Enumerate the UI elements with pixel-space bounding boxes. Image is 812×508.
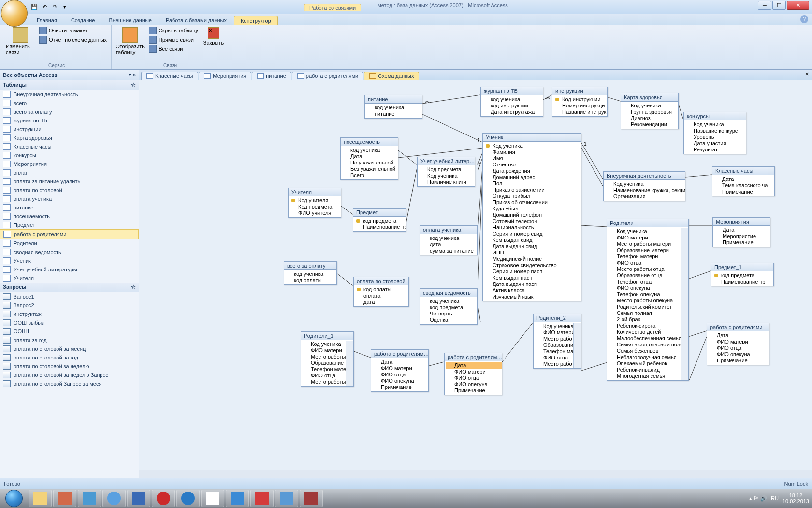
taskbar-yandex[interactable] [201, 490, 224, 507]
field[interactable]: Место работы отца [608, 266, 688, 272]
document-tab[interactable]: работа с родителями [292, 72, 363, 80]
field[interactable]: ФИО отца [446, 375, 502, 381]
field[interactable]: Наиличие книги [419, 179, 475, 185]
table-box[interactable]: Карта здоровьяКод ученикаГруппа здоровья… [621, 93, 679, 129]
nav-item[interactable]: оплата по столовой за неделю Запрос [0, 371, 139, 379]
field[interactable]: Дата [446, 362, 502, 369]
table-box[interactable]: Предмет_1код предметаНаименование пр [711, 263, 774, 286]
table-title[interactable]: Учителя [289, 188, 341, 196]
field[interactable]: Код ученика [419, 173, 475, 179]
table-title[interactable]: Предмет_1 [711, 263, 773, 271]
nav-item[interactable]: оплат [0, 168, 139, 177]
field[interactable]: Откуда прибыл [484, 193, 581, 199]
chevron-down-icon[interactable]: ▾ « [129, 72, 136, 78]
field[interactable]: Примечание [446, 388, 502, 394]
field[interactable]: Рекомендации [622, 121, 678, 128]
field[interactable]: Семья полная [608, 310, 688, 316]
table-box[interactable]: РодителиКод ученикаФИО материМесто работ… [607, 219, 689, 381]
field[interactable]: ФИО учителя [290, 210, 341, 216]
field[interactable]: Всего [342, 172, 398, 179]
field[interactable]: Образование отца [608, 272, 688, 279]
table-box[interactable]: посещаемостькод ученикаДатаПо уважительн… [340, 137, 398, 180]
taskbar-opera[interactable] [152, 490, 175, 507]
field[interactable]: Родительский комитет [608, 304, 688, 310]
field[interactable]: Отчество [484, 162, 581, 168]
field[interactable]: Название инструк [553, 109, 607, 115]
nav-item[interactable]: инструкции [0, 125, 139, 134]
field[interactable]: ФИО опекуна [608, 285, 688, 291]
qat-save-icon[interactable]: 💾 [30, 2, 39, 11]
field[interactable]: Дата участия [685, 140, 746, 147]
nav-category[interactable]: Таблицы☆ [0, 80, 139, 90]
taskbar-mail[interactable] [176, 490, 200, 507]
field[interactable]: По уважительной [342, 160, 398, 166]
nav-item[interactable]: журнал по ТБ [0, 116, 139, 125]
field[interactable]: Код ученика [484, 143, 581, 149]
table-title[interactable]: Классные часы [712, 167, 774, 175]
field[interactable]: Уровень [685, 134, 746, 140]
field[interactable]: Ребенок-инвалид [608, 367, 688, 373]
nav-item[interactable]: Учет учебной литературы [0, 265, 139, 274]
table-box[interactable]: Учет учебной литер…Код предметаКод учени… [417, 157, 475, 187]
field[interactable]: Код инструкции [553, 96, 607, 103]
field[interactable]: Малообеспеченная семья [608, 335, 688, 342]
nav-item[interactable]: работа с родителями [0, 229, 139, 239]
field[interactable]: Изучаемый язык [484, 294, 581, 300]
field[interactable]: Куда убыл [484, 206, 581, 212]
field[interactable]: ФИО матери [446, 369, 502, 375]
table-title[interactable]: работа с родителями [707, 323, 769, 331]
field[interactable]: Сотовый телефон [484, 218, 581, 224]
document-tab[interactable]: питание [252, 72, 291, 80]
field[interactable]: Наименование пр [712, 279, 773, 285]
field[interactable]: ФИО отца [708, 345, 769, 351]
field[interactable]: код оплаты [355, 286, 408, 293]
table-box[interactable]: МероприятияДатаМероприятиеПримечание [712, 217, 770, 247]
field[interactable]: Имя [484, 155, 581, 162]
window-minimize-button[interactable]: ─ [758, 1, 771, 10]
tab-schema[interactable]: Схема данных [364, 72, 419, 80]
field[interactable]: Код предмета [419, 166, 475, 173]
table-box[interactable]: Внеурочная деятельностьКод ученикаНаимен… [603, 171, 685, 201]
language-indicator[interactable]: RU [771, 495, 779, 501]
field[interactable]: Фамилия [484, 149, 581, 155]
nav-item[interactable]: Учителя [0, 274, 139, 283]
field[interactable]: Домашний адрес [484, 174, 581, 180]
field[interactable]: Опекаемый ребенок [608, 360, 688, 367]
horizontal-scrollbar[interactable] [139, 470, 812, 478]
table-box[interactable]: Классные часыДатаТема классного чаПримеч… [712, 166, 775, 196]
ribbon-tab-home[interactable]: Главная [30, 15, 64, 25]
table-box[interactable]: Родители_1Код ученикаФИО материМесто раб… [301, 331, 354, 387]
field[interactable]: оплата [355, 293, 408, 299]
field[interactable]: код оплаты [285, 277, 336, 284]
field[interactable]: код инструкции [482, 103, 543, 109]
field[interactable]: Дата выдачи свид [484, 243, 581, 250]
field[interactable]: Результат [685, 147, 746, 153]
nav-item[interactable]: Карта здоровья [0, 134, 139, 142]
table-box[interactable]: инструкцииКод инструкцииНомер инструкциН… [552, 87, 608, 117]
table-title[interactable]: Карта здоровья [621, 93, 678, 102]
table-title[interactable]: Учет учебной литер… [418, 157, 475, 165]
field[interactable]: Приказ об отчислении [484, 199, 581, 206]
field[interactable]: 2-ой брак [608, 316, 688, 323]
field[interactable]: Четверть [421, 311, 477, 317]
field[interactable]: Количество детей [608, 329, 688, 335]
taskbar-explorer[interactable] [29, 490, 52, 507]
nav-item[interactable]: всего [0, 99, 139, 107]
field[interactable]: код ученика [482, 96, 543, 103]
nav-item[interactable]: Классные часы [0, 142, 139, 151]
table-title[interactable]: журнал по ТБ [481, 87, 543, 95]
field[interactable]: Семья в соц опасном полож [608, 342, 688, 348]
table-title[interactable]: Ученик [483, 134, 581, 142]
field[interactable]: код ученика [421, 235, 477, 241]
table-title[interactable]: Родители_2 [534, 314, 581, 322]
field[interactable]: Многодетная семья [608, 373, 688, 379]
field[interactable]: Примечание [714, 239, 770, 246]
field[interactable]: Номер инструкци [553, 103, 607, 109]
qat-customize-icon[interactable]: ▾ [60, 2, 69, 11]
relationships-canvas[interactable]: 1∞∞1∞ питаниекод ученикапитаниепосещаемо… [139, 80, 812, 470]
field[interactable]: ИНН [484, 250, 581, 256]
field[interactable]: Семья беженцев [608, 348, 688, 354]
ribbon-tab-create[interactable]: Создание [64, 15, 102, 25]
field[interactable]: ФИО матери [608, 235, 688, 241]
table-box[interactable]: работа с родителямиДатаФИО материФИО отц… [707, 323, 769, 365]
